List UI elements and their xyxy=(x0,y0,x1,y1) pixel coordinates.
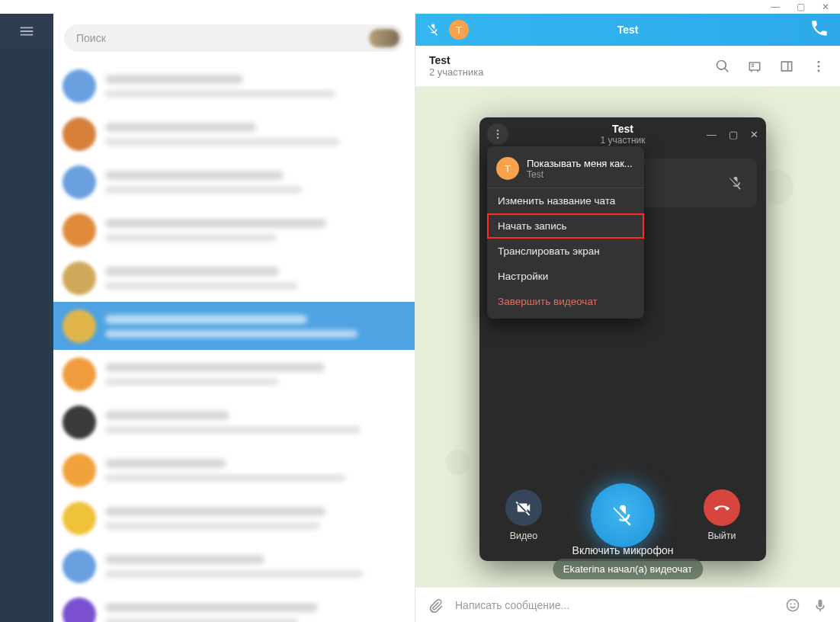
mic-muted-icon xyxy=(426,23,440,37)
mic-muted-icon xyxy=(728,175,743,191)
system-message-pill: Ekaterina начал(а) видеочат xyxy=(553,559,703,579)
hamburger-icon xyxy=(18,23,35,40)
chat-list[interactable] xyxy=(53,62,415,622)
camera-off-icon xyxy=(515,499,532,516)
left-rail xyxy=(0,14,53,622)
videochat-minimize[interactable]: — xyxy=(707,129,717,140)
videochat-context-menu: T Показывать меня как... Test Изменить н… xyxy=(487,146,644,319)
chat-list-item[interactable] xyxy=(53,542,415,590)
svg-point-8 xyxy=(794,603,796,604)
videochat-close[interactable]: ✕ xyxy=(750,129,758,140)
video-toggle-button[interactable]: Видео xyxy=(505,489,542,541)
callbar-phone-icon[interactable] xyxy=(810,18,829,41)
svg-point-3 xyxy=(497,130,499,131)
svg-point-4 xyxy=(497,133,499,135)
callbar-title: Test xyxy=(617,24,639,36)
videochat-maximize[interactable]: ▢ xyxy=(729,129,738,140)
chat-list-item[interactable] xyxy=(53,350,415,398)
window-titlebar: — ▢ ✕ xyxy=(0,0,840,14)
active-call-bar[interactable]: T Test xyxy=(415,14,840,46)
window-maximize[interactable]: ▢ xyxy=(797,2,805,12)
chat-list-item[interactable] xyxy=(53,158,415,206)
chat-list-item[interactable] xyxy=(53,254,415,302)
message-input[interactable] xyxy=(455,599,773,611)
videochat-panel[interactable]: Test 1 участник — ▢ ✕ T Показывать мен xyxy=(479,117,766,561)
window-close[interactable]: ✕ xyxy=(822,2,829,12)
chat-list-item[interactable] xyxy=(53,398,415,446)
menu-avatar: T xyxy=(496,157,519,180)
mic-muted-icon xyxy=(611,503,635,527)
search-placeholder: Поиск xyxy=(76,32,106,44)
chat-list-item[interactable] xyxy=(53,110,415,158)
chat-header: Test 2 участника xyxy=(415,46,840,87)
svg-point-2 xyxy=(818,69,820,72)
conversation-column: T Test Test 2 участника xyxy=(415,14,840,622)
chat-list-item[interactable] xyxy=(53,446,415,494)
videochat-subtitle: 1 участник xyxy=(600,135,645,146)
mic-status-label: Включить микрофон xyxy=(479,544,766,556)
svg-point-7 xyxy=(790,603,792,604)
videochat-menu-button[interactable] xyxy=(487,123,508,145)
message-composer xyxy=(415,587,840,622)
chat-list-item[interactable] xyxy=(53,494,415,542)
menu-item-settings[interactable]: Настройки xyxy=(487,264,644,289)
window-minimize[interactable]: — xyxy=(771,2,780,12)
menu-button[interactable] xyxy=(0,14,53,48)
voice-message-icon[interactable] xyxy=(813,598,828,613)
hangup-icon xyxy=(713,499,730,516)
chat-list-item[interactable] xyxy=(53,206,415,254)
menu-item-share-screen[interactable]: Транслировать экран xyxy=(487,239,644,264)
leave-call-button[interactable]: Выйти xyxy=(704,489,740,541)
menu-item-end-videochat[interactable]: Завершить видеочат xyxy=(487,289,644,314)
chat-background: Test 1 участник — ▢ ✕ T Показывать мен xyxy=(415,87,840,587)
chat-list-column: Поиск xyxy=(53,14,415,622)
menu-item-start-recording[interactable]: Начать запись xyxy=(487,213,644,239)
search-input-wrap[interactable]: Поиск xyxy=(64,24,404,52)
videochat-title: Test xyxy=(600,123,645,135)
svg-point-5 xyxy=(497,136,499,138)
unmute-mic-button[interactable] xyxy=(591,483,655,547)
search-icon[interactable] xyxy=(715,59,730,74)
chat-list-item[interactable] xyxy=(53,62,415,110)
chat-list-item[interactable] xyxy=(53,590,415,622)
callbar-avatar: T xyxy=(449,20,469,40)
menu-item-rename[interactable]: Изменить название чата xyxy=(487,188,644,213)
livestream-icon[interactable] xyxy=(747,59,762,74)
emoji-icon[interactable] xyxy=(785,598,800,613)
kebab-icon xyxy=(492,128,504,140)
svg-point-0 xyxy=(818,60,820,63)
svg-point-6 xyxy=(787,599,799,611)
attach-icon[interactable] xyxy=(428,598,443,613)
chat-subtitle: 2 участника xyxy=(429,66,715,78)
chat-list-item[interactable] xyxy=(53,302,415,350)
svg-point-1 xyxy=(818,65,820,67)
menu-show-me-as[interactable]: T Показывать меня как... Test xyxy=(487,151,644,188)
kebab-icon[interactable] xyxy=(811,59,826,74)
chat-title: Test xyxy=(429,54,715,66)
account-avatar[interactable] xyxy=(369,29,399,47)
sidepanel-icon[interactable] xyxy=(779,59,794,74)
